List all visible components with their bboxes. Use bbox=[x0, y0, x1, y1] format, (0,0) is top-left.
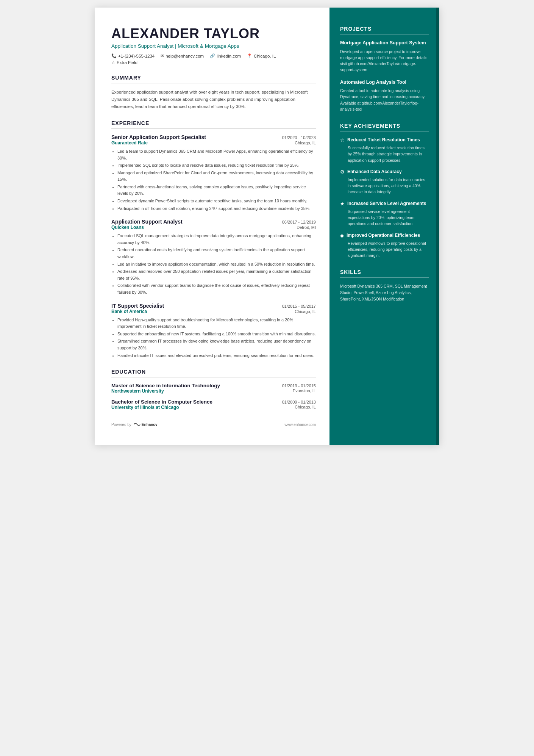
bullet: Collaborated with vendor support teams t… bbox=[117, 282, 316, 296]
project-title-1: Mortgage Application Support System bbox=[340, 40, 429, 47]
project-entry-2: Automated Log Analysis Tool Created a to… bbox=[340, 79, 429, 113]
candidate-title: Application Support Analyst | Microsoft … bbox=[111, 43, 316, 49]
job-title-1: Senior Application Support Specialist bbox=[111, 134, 206, 140]
achievement-desc-4: Revamped workflows to improve operationa… bbox=[340, 240, 429, 259]
job-dates-3: 01/2015 - 05/2017 bbox=[282, 304, 316, 308]
achievement-icon-3: ★ bbox=[340, 201, 345, 207]
edu-school-2: University of Illinois at Chicago bbox=[111, 405, 179, 410]
job-location-3: Chicago, IL bbox=[295, 309, 316, 314]
achievement-icon-1: ☆ bbox=[340, 137, 345, 143]
experience-title: EXPERIENCE bbox=[111, 120, 316, 129]
job-dates-2: 06/2017 - 12/2019 bbox=[282, 220, 316, 224]
contact-linkedin: 🔗 linkedin.com bbox=[210, 53, 241, 58]
job-location-1: Chicago, IL bbox=[295, 141, 316, 145]
achievement-4: ◆ Improved Operational Efficiencies Reva… bbox=[340, 232, 429, 259]
contact-location: 📍 Chicago, IL bbox=[247, 53, 276, 58]
bullet: Supported the onboarding of new IT syste… bbox=[117, 331, 316, 338]
edu-entry-2: Bachelor of Science in Computer Science … bbox=[111, 399, 316, 410]
project-desc-1: Developed an open-source project to impr… bbox=[340, 49, 429, 73]
resume-wrapper: ALEXANDER TAYLOR Application Support Ana… bbox=[95, 8, 439, 445]
job-dates-1: 01/2020 - 10/2023 bbox=[282, 135, 316, 140]
contact-row: 📞 +1-(234)-555-1234 ✉ help@enhancv.com 🔗… bbox=[111, 53, 316, 58]
job-company-1: Guaranteed Rate bbox=[111, 140, 148, 146]
summary-text: Experienced application support analyst … bbox=[111, 89, 316, 110]
linkedin-icon: 🔗 bbox=[210, 53, 215, 58]
right-column: PROJECTS Mortgage Application Support Sy… bbox=[329, 8, 439, 445]
bullet: Managed and optimized SharePoint for Clo… bbox=[117, 170, 316, 183]
bullet: Partnered with cross-functional teams, s… bbox=[117, 184, 316, 197]
job-bullets-2: Executed SQL management strategies to im… bbox=[111, 233, 316, 296]
edu-location-2: Chicago, IL bbox=[295, 405, 316, 410]
achievement-2: ⚙ Enhanced Data Accuracy Implemented sol… bbox=[340, 169, 429, 195]
achievement-title-3: Increased Service Level Agreements bbox=[347, 200, 426, 207]
contact-email: ✉ help@enhancv.com bbox=[161, 53, 204, 58]
project-entry-1: Mortgage Application Support System Deve… bbox=[340, 40, 429, 73]
achievement-desc-3: Surpassed service level agreement expect… bbox=[340, 208, 429, 227]
enhancv-logo: Enhancv bbox=[134, 422, 158, 427]
bullet: Addressed and resolved over 250 applicat… bbox=[117, 268, 316, 282]
skills-title: SKILLS bbox=[340, 269, 429, 278]
project-desc-2: Created a tool to automate log analysis … bbox=[340, 88, 429, 112]
project-title-2: Automated Log Analysis Tool bbox=[340, 79, 429, 86]
job-entry-2: Application Support Analyst 06/2017 - 12… bbox=[111, 219, 316, 296]
star-icon: ☆ bbox=[111, 60, 115, 65]
achievement-title-4: Improved Operational Efficiencies bbox=[347, 232, 420, 238]
education-title: EDUCATION bbox=[111, 369, 316, 377]
bullet: Executed SQL management strategies to im… bbox=[117, 233, 316, 246]
edu-entry-1: Master of Science in Information Technol… bbox=[111, 383, 316, 394]
edu-location-1: Evanston, IL bbox=[293, 388, 316, 394]
bullet: Streamlined common IT processes by devel… bbox=[117, 338, 316, 351]
bullet: Participated in off-hours on-call rotati… bbox=[117, 205, 316, 212]
footer-powered: Powered by Enhancv bbox=[111, 422, 158, 427]
email-icon: ✉ bbox=[161, 53, 164, 58]
projects-section: PROJECTS Mortgage Application Support Sy… bbox=[340, 26, 429, 112]
phone-icon: 📞 bbox=[111, 53, 117, 58]
achievement-desc-2: Implemented solutions for data inaccurac… bbox=[340, 177, 429, 195]
achievement-icon-2: ⚙ bbox=[340, 169, 345, 175]
bullet: Led an initiative to improve application… bbox=[117, 261, 316, 268]
extra-field: ☆ Extra Field bbox=[111, 60, 316, 65]
achievement-icon-4: ◆ bbox=[340, 233, 344, 239]
edu-school-1: Northwestern University bbox=[111, 388, 164, 394]
projects-title: PROJECTS bbox=[340, 26, 429, 34]
skills-section: SKILLS Microsoft Dynamics 365 CRM, SQL M… bbox=[340, 269, 429, 302]
achievement-desc-1: Successfully reduced ticket resolution t… bbox=[340, 145, 429, 163]
job-bullets-1: Led a team to support Dynamics 365 CRM a… bbox=[111, 148, 316, 212]
job-company-2: Quicken Loans bbox=[111, 225, 144, 230]
job-company-3: Bank of America bbox=[111, 309, 147, 314]
experience-section: EXPERIENCE Senior Application Support Sp… bbox=[111, 120, 316, 359]
bullet: Provided high-quality support and troubl… bbox=[117, 317, 316, 330]
left-column: ALEXANDER TAYLOR Application Support Ana… bbox=[95, 8, 329, 445]
skills-text: Microsoft Dynamics 365 CRM, SQL Manageme… bbox=[340, 283, 429, 302]
edu-dates-2: 01/2009 - 01/2013 bbox=[282, 400, 316, 404]
bullet: Developed dynamic PowerShell scripts to … bbox=[117, 198, 316, 205]
achievement-1: ☆ Reduced Ticket Resolution Times Succes… bbox=[340, 137, 429, 163]
achievement-3: ★ Increased Service Level Agreements Sur… bbox=[340, 200, 429, 227]
education-section: EDUCATION Master of Science in Informati… bbox=[111, 369, 316, 410]
job-location-2: Detroit, MI bbox=[297, 225, 316, 230]
summary-section: SUMMARY Experienced application support … bbox=[111, 75, 316, 110]
bullet: Reduced operational costs by identifying… bbox=[117, 247, 316, 260]
achievements-section: KEY ACHIEVEMENTS ☆ Reduced Ticket Resolu… bbox=[340, 123, 429, 258]
edu-degree-1: Master of Science in Information Technol… bbox=[111, 383, 220, 388]
job-entry-1: Senior Application Support Specialist 01… bbox=[111, 134, 316, 212]
job-bullets-3: Provided high-quality support and troubl… bbox=[111, 317, 316, 359]
candidate-name: ALEXANDER TAYLOR bbox=[111, 26, 316, 42]
contact-phone: 📞 +1-(234)-555-1234 bbox=[111, 53, 155, 58]
summary-title: SUMMARY bbox=[111, 75, 316, 83]
achievement-title-1: Reduced Ticket Resolution Times bbox=[347, 137, 420, 143]
job-entry-3: IT Support Specialist 01/2015 - 05/2017 … bbox=[111, 303, 316, 359]
achievement-title-2: Enhanced Data Accuracy bbox=[347, 169, 402, 175]
achievements-title: KEY ACHIEVEMENTS bbox=[340, 123, 429, 131]
job-title-3: IT Support Specialist bbox=[111, 303, 164, 309]
edu-dates-1: 01/2013 - 01/2015 bbox=[282, 383, 316, 388]
bullet: Handled intricate IT issues and elevated… bbox=[117, 352, 316, 359]
job-title-2: Application Support Analyst bbox=[111, 219, 183, 225]
edu-degree-2: Bachelor of Science in Computer Science bbox=[111, 399, 212, 405]
bullet: Implemented SQL scripts to locate and re… bbox=[117, 162, 316, 169]
footer: Powered by Enhancv www.enhancv.com bbox=[111, 422, 316, 427]
bullet: Led a team to support Dynamics 365 CRM a… bbox=[117, 148, 316, 161]
logo-icon bbox=[134, 422, 141, 427]
location-icon: 📍 bbox=[247, 53, 252, 58]
resume-header: ALEXANDER TAYLOR Application Support Ana… bbox=[111, 26, 316, 65]
